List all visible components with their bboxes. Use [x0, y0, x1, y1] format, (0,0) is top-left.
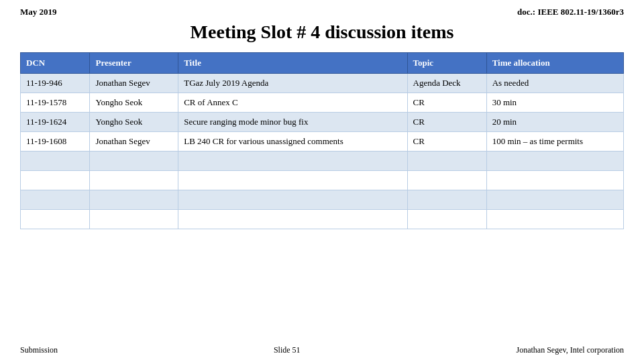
table-row-empty	[21, 152, 624, 171]
table-wrapper: DCN Presenter Title Topic Time allocatio…	[20, 52, 624, 229]
cell-presenter: Jonathan Segev	[90, 74, 178, 93]
cell-empty	[90, 171, 178, 190]
cell-empty	[407, 190, 486, 210]
col-time: Time allocation	[486, 53, 623, 74]
cell-empty	[486, 171, 623, 190]
cell-empty	[486, 190, 623, 210]
table-row: 11-19-1608Jonathan SegevLB 240 CR for va…	[21, 132, 624, 152]
col-topic: Topic	[407, 53, 486, 74]
cell-time: 30 min	[486, 93, 623, 113]
footer-center: Slide 51	[274, 345, 301, 355]
table-row: 11-19-946Jonathan SegevTGaz July 2019 Ag…	[21, 74, 624, 93]
cell-title: CR of Annex C	[178, 93, 407, 113]
cell-empty	[90, 190, 178, 210]
col-presenter: Presenter	[90, 53, 178, 74]
footer-left: Submission	[20, 345, 58, 355]
footer-right: Jonathan Segev, Intel corporation	[516, 345, 624, 355]
discussion-table: DCN Presenter Title Topic Time allocatio…	[20, 52, 624, 229]
cell-empty	[21, 171, 90, 190]
cell-presenter: Yongho Seok	[90, 93, 178, 113]
table-row: 11-19-1578Yongho SeokCR of Annex CCR30 m…	[21, 93, 624, 113]
table-row-empty	[21, 210, 624, 229]
header-right: doc.: IEEE 802.11-19/1360r3	[517, 7, 624, 17]
cell-empty	[178, 152, 407, 171]
cell-empty	[407, 152, 486, 171]
cell-empty	[21, 210, 90, 229]
cell-dcn: 11-19-1624	[21, 113, 90, 132]
cell-time: 100 min – as time permits	[486, 132, 623, 152]
cell-topic: CR	[407, 93, 486, 113]
cell-dcn: 11-19-946	[21, 74, 90, 93]
cell-empty	[90, 152, 178, 171]
cell-time: As needed	[486, 74, 623, 93]
cell-topic: CR	[407, 113, 486, 132]
cell-empty	[407, 210, 486, 229]
cell-title: Secure ranging mode minor bug fix	[178, 113, 407, 132]
table-row-empty	[21, 171, 624, 190]
cell-empty	[178, 190, 407, 210]
table-row-empty	[21, 190, 624, 210]
cell-topic: CR	[407, 132, 486, 152]
cell-title: TGaz July 2019 Agenda	[178, 74, 407, 93]
footer: Submission Slide 51 Jonathan Segev, Inte…	[0, 345, 644, 355]
cell-dcn: 11-19-1608	[21, 132, 90, 152]
cell-empty	[90, 210, 178, 229]
cell-presenter: Yongho Seok	[90, 113, 178, 132]
cell-dcn: 11-19-1578	[21, 93, 90, 113]
cell-empty	[178, 210, 407, 229]
table-header-row: DCN Presenter Title Topic Time allocatio…	[21, 53, 624, 74]
col-dcn: DCN	[21, 53, 90, 74]
cell-topic: Agenda Deck	[407, 74, 486, 93]
table-row: 11-19-1624Yongho SeokSecure ranging mode…	[21, 113, 624, 132]
cell-time: 20 min	[486, 113, 623, 132]
cell-empty	[407, 171, 486, 190]
header-left: May 2019	[20, 7, 57, 17]
cell-empty	[486, 152, 623, 171]
cell-presenter: Jonathan Segev	[90, 132, 178, 152]
cell-empty	[486, 210, 623, 229]
cell-empty	[21, 190, 90, 210]
col-title: Title	[178, 53, 407, 74]
page-title: Meeting Slot # 4 discussion items	[0, 21, 644, 43]
cell-empty	[178, 171, 407, 190]
cell-empty	[21, 152, 90, 171]
cell-title: LB 240 CR for various unassigned comment…	[178, 132, 407, 152]
